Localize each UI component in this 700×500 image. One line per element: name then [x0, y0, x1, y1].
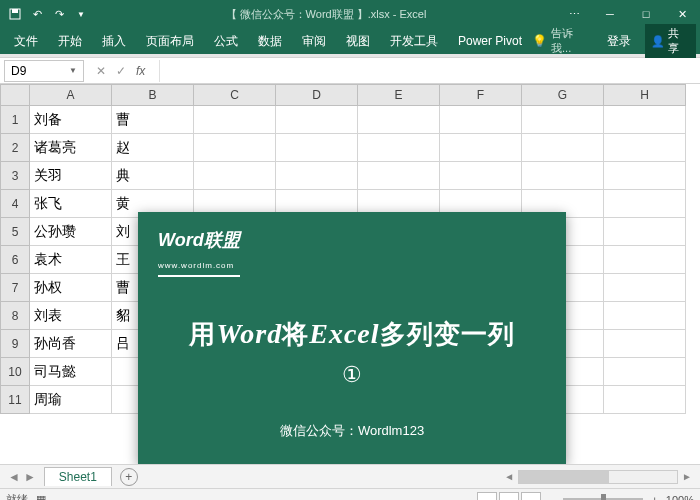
cell[interactable]: [276, 106, 358, 134]
accept-formula-icon[interactable]: ✓: [116, 64, 126, 78]
scrollbar-track[interactable]: [518, 470, 678, 484]
cell[interactable]: [358, 162, 440, 190]
cancel-formula-icon[interactable]: ✕: [96, 64, 106, 78]
save-icon[interactable]: [8, 7, 22, 21]
cell[interactable]: 诸葛亮: [30, 134, 112, 162]
tab-formulas[interactable]: 公式: [204, 28, 248, 54]
cell[interactable]: 刘表: [30, 302, 112, 330]
zoom-in-button[interactable]: +: [651, 494, 657, 501]
chevron-down-icon[interactable]: ▼: [69, 66, 77, 75]
cell[interactable]: 袁术: [30, 246, 112, 274]
cell[interactable]: [194, 134, 276, 162]
cell[interactable]: 关羽: [30, 162, 112, 190]
sheet-nav[interactable]: ◄►: [0, 470, 44, 484]
row-header[interactable]: 8: [0, 302, 30, 330]
name-box[interactable]: D9 ▼: [4, 60, 84, 82]
cell[interactable]: 公孙瓒: [30, 218, 112, 246]
tell-me[interactable]: 告诉我...: [551, 26, 593, 56]
cell[interactable]: [522, 162, 604, 190]
cell[interactable]: [604, 330, 686, 358]
cell[interactable]: [276, 134, 358, 162]
chevron-right-icon[interactable]: ►: [24, 470, 36, 484]
cell[interactable]: [604, 274, 686, 302]
cell[interactable]: [604, 386, 686, 414]
cell[interactable]: [604, 106, 686, 134]
cell[interactable]: [604, 246, 686, 274]
undo-icon[interactable]: ↶: [30, 7, 44, 21]
cell[interactable]: [604, 190, 686, 218]
page-layout-button[interactable]: [499, 492, 519, 501]
col-header[interactable]: C: [194, 84, 276, 106]
cell[interactable]: [604, 358, 686, 386]
row-header[interactable]: 7: [0, 274, 30, 302]
cell[interactable]: 司马懿: [30, 358, 112, 386]
formula-input[interactable]: [159, 60, 700, 82]
sheet-tab[interactable]: Sheet1: [44, 467, 112, 486]
scroll-right-icon[interactable]: ►: [682, 471, 692, 482]
row-header[interactable]: 2: [0, 134, 30, 162]
col-header[interactable]: H: [604, 84, 686, 106]
tab-review[interactable]: 审阅: [292, 28, 336, 54]
row-header[interactable]: 11: [0, 386, 30, 414]
cell[interactable]: 张飞: [30, 190, 112, 218]
qat-dropdown-icon[interactable]: ▼: [74, 7, 88, 21]
col-header[interactable]: F: [440, 84, 522, 106]
zoom-out-button[interactable]: −: [549, 494, 555, 501]
cell[interactable]: 孙权: [30, 274, 112, 302]
cell[interactable]: [194, 106, 276, 134]
row-header[interactable]: 4: [0, 190, 30, 218]
normal-view-button[interactable]: [477, 492, 497, 501]
zoom-level[interactable]: 100%: [666, 494, 694, 501]
tab-home[interactable]: 开始: [48, 28, 92, 54]
redo-icon[interactable]: ↷: [52, 7, 66, 21]
cell[interactable]: 曹: [112, 106, 194, 134]
row-header[interactable]: 1: [0, 106, 30, 134]
cell[interactable]: [440, 134, 522, 162]
cell[interactable]: 周瑜: [30, 386, 112, 414]
cell[interactable]: [358, 134, 440, 162]
row-header[interactable]: 10: [0, 358, 30, 386]
cell[interactable]: [604, 162, 686, 190]
row-header[interactable]: 5: [0, 218, 30, 246]
cell[interactable]: 赵: [112, 134, 194, 162]
cell[interactable]: [522, 134, 604, 162]
share-button[interactable]: 👤 共享: [645, 24, 696, 58]
cell[interactable]: 典: [112, 162, 194, 190]
scrollbar-thumb[interactable]: [519, 471, 609, 483]
col-header[interactable]: B: [112, 84, 194, 106]
row-header[interactable]: 3: [0, 162, 30, 190]
tab-file[interactable]: 文件: [4, 28, 48, 54]
row-header[interactable]: 6: [0, 246, 30, 274]
cell[interactable]: [604, 302, 686, 330]
login-link[interactable]: 登录: [597, 28, 641, 54]
select-all-corner[interactable]: [0, 84, 30, 106]
cell[interactable]: [522, 106, 604, 134]
tab-view[interactable]: 视图: [336, 28, 380, 54]
cell[interactable]: [276, 162, 358, 190]
page-break-button[interactable]: [521, 492, 541, 501]
col-header[interactable]: G: [522, 84, 604, 106]
col-header[interactable]: E: [358, 84, 440, 106]
col-header[interactable]: D: [276, 84, 358, 106]
tab-pivot[interactable]: Power Pivot: [448, 28, 532, 54]
cell[interactable]: [358, 106, 440, 134]
cell[interactable]: 刘备: [30, 106, 112, 134]
cell[interactable]: [440, 106, 522, 134]
macro-record-icon[interactable]: ▦: [36, 493, 46, 500]
tab-insert[interactable]: 插入: [92, 28, 136, 54]
cell[interactable]: 孙尚香: [30, 330, 112, 358]
view-buttons: [477, 492, 541, 501]
row-header[interactable]: 9: [0, 330, 30, 358]
chevron-left-icon[interactable]: ◄: [8, 470, 20, 484]
fx-icon[interactable]: fx: [136, 64, 145, 78]
col-header[interactable]: A: [30, 84, 112, 106]
cell[interactable]: [604, 218, 686, 246]
scroll-left-icon[interactable]: ◄: [504, 471, 514, 482]
add-sheet-button[interactable]: +: [120, 468, 138, 486]
cell[interactable]: [604, 134, 686, 162]
tab-layout[interactable]: 页面布局: [136, 28, 204, 54]
tab-data[interactable]: 数据: [248, 28, 292, 54]
cell[interactable]: [440, 162, 522, 190]
cell[interactable]: [194, 162, 276, 190]
tab-dev[interactable]: 开发工具: [380, 28, 448, 54]
